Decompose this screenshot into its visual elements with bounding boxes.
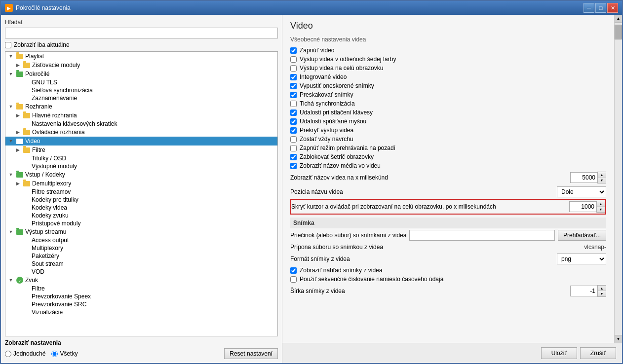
tree-item-kodeky-videa[interactable]: Kodeky videa bbox=[5, 204, 277, 212]
tree-label-vod: VOD bbox=[32, 268, 44, 275]
radio-group: Jednoduché Všetky bbox=[5, 350, 78, 357]
tree-item-zistovacie[interactable]: ▶ Zisťovacie moduly bbox=[5, 61, 277, 70]
cancel-button[interactable]: Zrušiť bbox=[580, 347, 616, 359]
checkbox-zostat[interactable] bbox=[290, 136, 297, 143]
search-input[interactable] bbox=[5, 28, 278, 38]
tree-item-vystupne-moduly[interactable]: Výstupné moduly bbox=[5, 162, 277, 170]
tree-item-playlist[interactable]: ▼ Playlist bbox=[5, 52, 277, 61]
checkbox-ticha-sync[interactable] bbox=[290, 101, 297, 107]
expander-pristupove bbox=[23, 220, 30, 227]
expander-rozhranie: ▼ bbox=[7, 103, 14, 110]
tree-item-zaznamenavanie[interactable]: Zaznamenávanie bbox=[5, 94, 277, 102]
tree-item-titulky[interactable]: Titulky / OSD bbox=[5, 154, 277, 162]
save-button[interactable]: Uložiť bbox=[541, 347, 577, 359]
spin-buttons-title-ms: ▲ ▼ bbox=[597, 172, 606, 183]
input-snapshot-width[interactable] bbox=[570, 286, 597, 296]
tree-item-filtre-streamov[interactable]: Filtre streamov bbox=[5, 188, 277, 196]
tree-item-prevzorkovanie-speex[interactable]: Prevzorkovanie Speex bbox=[5, 292, 277, 300]
folder-icon-hlavne bbox=[23, 111, 31, 119]
checkbox-pozadie[interactable] bbox=[290, 145, 297, 151]
label-snapshot-ext: Prípona súboru so snímkou z videa bbox=[290, 244, 584, 251]
tree-item-gnu-tls[interactable]: GNU TLS bbox=[5, 78, 277, 86]
spin-up-hide-cursor[interactable]: ▲ bbox=[597, 201, 605, 207]
right-scrollbar[interactable]: ▲ ▼ bbox=[614, 15, 622, 343]
select-snapshot-format[interactable]: png jpg tiff bbox=[557, 254, 606, 264]
show-current-only-checkbox[interactable] bbox=[5, 42, 11, 48]
tree-item-prevzorkovanie-src[interactable]: Prevzorkovanie SRC bbox=[5, 300, 277, 308]
checkbox-row-snapshot-preview: Zobraziť náhľad snímky z videa bbox=[290, 266, 606, 275]
tree-item-sout-stream[interactable]: Sout stream bbox=[5, 260, 277, 268]
checkbox-prekryt[interactable] bbox=[290, 127, 297, 134]
tree-label-src: Prevzorkovanie SRC bbox=[32, 301, 86, 308]
tree-item-hlavne[interactable]: ▶ Hlavné rozhrania bbox=[5, 111, 277, 120]
tree-item-video[interactable]: ▼ ▶ Video bbox=[5, 137, 277, 146]
left-panel: Hľadať Zobraziť iba aktuálne ▼ Playlist … bbox=[1, 15, 282, 363]
tree-item-pokrocile[interactable]: ▼ Pokročilé bbox=[5, 70, 277, 78]
minimize-button[interactable]: ─ bbox=[584, 3, 594, 13]
setting-row-title-ms: Zobraziť názov videa na x milisekúnd ▲ ▼ bbox=[290, 170, 606, 185]
label-snapshot-sequential: Použiť sekvenčné číslovanie namiesto čas… bbox=[300, 276, 443, 283]
spin-up-title-ms[interactable]: ▲ bbox=[598, 172, 606, 178]
checkbox-vystup-odtiene[interactable] bbox=[290, 56, 297, 63]
spin-up-snapshot-width[interactable]: ▲ bbox=[598, 286, 606, 291]
tree-item-nastavenia-klavesovych[interactable]: Nastavenia klávesových skratiek bbox=[5, 120, 277, 128]
select-title-pos[interactable]: Hore Dole Vľavo Vpravo Stred bbox=[557, 186, 606, 197]
tree-item-vod[interactable]: VOD bbox=[5, 268, 277, 276]
label-snapshot-preview: Zobraziť náhľad snímky z videa bbox=[300, 267, 382, 274]
checkbox-udalosti-klavesy[interactable] bbox=[290, 109, 297, 116]
spin-down-snapshot-width[interactable]: ▼ bbox=[598, 291, 606, 296]
tree-container: ▼ Playlist ▶ Zisťovacie moduly ▼ Pokroči… bbox=[5, 51, 278, 336]
browse-button[interactable]: Prehľadávať... bbox=[558, 230, 606, 241]
expander-access-output bbox=[23, 237, 30, 244]
checkbox-setric[interactable] bbox=[290, 154, 297, 160]
tree-item-rozhranie[interactable]: ▼ Rozhranie bbox=[5, 102, 277, 111]
tree-item-kodeky-zvuku[interactable]: Kodeky zvuku bbox=[5, 212, 277, 219]
tree-item-kodeky-titulky[interactable]: Kodeky pre titulky bbox=[5, 196, 277, 204]
tree-item-pristupove[interactable]: Prístupové moduly bbox=[5, 219, 277, 227]
tree-item-zvuk[interactable]: ▼ ♪ Zvuk bbox=[5, 276, 277, 285]
label-pozadie: Zapnúť režim prehrávania na pozadí bbox=[300, 145, 395, 151]
tree-item-sietova[interactable]: Sieťová synchronizácia bbox=[5, 86, 277, 94]
tree-item-vystup-streamu[interactable]: ▼ Výstup streamu bbox=[5, 227, 277, 236]
checkbox-preskakovat[interactable] bbox=[290, 92, 297, 98]
checkbox-vypustit[interactable] bbox=[290, 83, 297, 89]
tree-item-demultiplexory[interactable]: ▶ Demultiplexory bbox=[5, 179, 277, 188]
snapshot-section-header: Snímka bbox=[290, 218, 606, 228]
input-title-ms[interactable] bbox=[570, 172, 597, 183]
expander-zvuk: ▼ bbox=[7, 277, 14, 284]
checkbox-snapshot-sequential[interactable] bbox=[290, 276, 297, 283]
tree-item-paketizery[interactable]: Paketizéry bbox=[5, 252, 277, 260]
tree-label-sietova: Sieťová synchronizácia bbox=[32, 87, 93, 94]
label-vystup-cela: Výstup videa na celú obrazovku bbox=[300, 65, 383, 72]
radio-all-label: Všetky bbox=[60, 350, 78, 357]
spin-down-title-ms[interactable]: ▼ bbox=[598, 178, 606, 183]
tree-item-multiplexory[interactable]: Multiplexory bbox=[5, 244, 277, 252]
bottom-action-bar: Uložiť Zrušiť bbox=[282, 343, 622, 363]
reset-button[interactable]: Reset nastavení bbox=[224, 348, 278, 359]
tree-item-access-output[interactable]: Access output bbox=[5, 236, 277, 244]
input-snapshot-folder[interactable] bbox=[409, 230, 555, 241]
checkbox-snapshot-preview[interactable] bbox=[290, 267, 297, 274]
checkbox-zapnut-video[interactable] bbox=[290, 47, 297, 54]
tree-item-ovladacie[interactable]: ▶ Ovládacie rozhrania bbox=[5, 128, 277, 137]
checkbox-zobrazit-nazov[interactable] bbox=[290, 163, 297, 169]
close-button[interactable]: ✕ bbox=[607, 3, 618, 13]
label-hide-cursor: Skryť kurzor a ovládač pri zobrazovaní n… bbox=[291, 203, 569, 210]
checkbox-integrovane[interactable] bbox=[290, 74, 297, 80]
expander-src bbox=[23, 301, 30, 308]
setting-row-snapshot-width: Šírka snímky z videa ▲ ▼ bbox=[290, 284, 606, 298]
tree-item-vizualizacie[interactable]: Vizualizácie bbox=[5, 308, 277, 316]
input-hide-cursor[interactable] bbox=[569, 201, 596, 212]
spin-down-hide-cursor[interactable]: ▼ bbox=[597, 207, 605, 212]
tree-item-filtre-zvuk[interactable]: Filtre bbox=[5, 285, 277, 292]
radio-all[interactable] bbox=[51, 351, 58, 357]
checkbox-vystup-cela[interactable] bbox=[290, 65, 297, 72]
expander-ovladacie: ▶ bbox=[14, 129, 21, 136]
checkbox-udalosti-mys[interactable] bbox=[290, 118, 297, 125]
radio-simple[interactable] bbox=[5, 351, 11, 357]
tree-item-vstup-kodeky[interactable]: ▼ Vstup / Kodeky bbox=[5, 170, 277, 179]
expander-video: ▼ bbox=[7, 138, 14, 145]
tree-item-filtre[interactable]: ▶ Filtre bbox=[5, 146, 277, 154]
expander-vstup: ▼ bbox=[7, 171, 14, 178]
maximize-button[interactable]: □ bbox=[595, 3, 606, 13]
